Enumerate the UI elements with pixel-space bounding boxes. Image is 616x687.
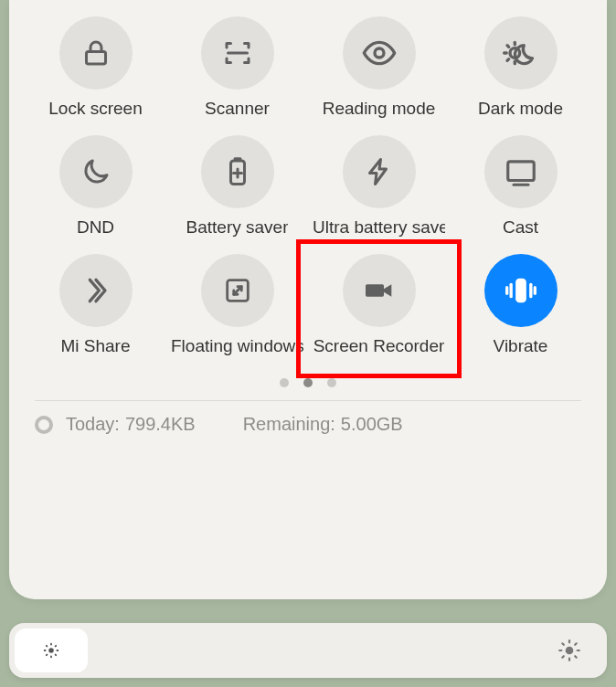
quick-settings-panel: Lock screenScannerReading modeDark modeD… <box>9 0 607 599</box>
usage-remaining-label: Remaining: <box>243 414 335 435</box>
tile-label: Ultra battery saver <box>313 217 445 238</box>
tile-vibrate[interactable]: Vibrate <box>454 254 587 356</box>
svg-rect-13 <box>507 162 534 181</box>
video-camera-icon <box>343 254 416 327</box>
tile-label: Battery saver <box>186 217 289 238</box>
tile-battery-saver[interactable]: Battery saver <box>171 135 303 238</box>
tile-label: DND <box>77 217 114 238</box>
vibrate-icon <box>484 254 558 327</box>
tile-label: Dark mode <box>478 99 563 119</box>
pager-dot[interactable] <box>327 378 336 387</box>
svg-line-38 <box>562 656 564 658</box>
bolt-icon <box>343 135 416 208</box>
floating-window-icon <box>201 254 274 327</box>
pager-dot[interactable] <box>280 378 289 387</box>
brightness-thumb[interactable] <box>15 629 88 672</box>
tile-lock-screen[interactable]: Lock screen <box>29 16 162 119</box>
svg-point-2 <box>375 48 384 58</box>
tile-screen-recorder[interactable]: Screen Recorder <box>313 254 445 356</box>
svg-line-8 <box>507 59 509 61</box>
tile-reading-mode[interactable]: Reading mode <box>313 16 445 119</box>
brightness-low-icon <box>41 640 61 661</box>
brightness-high-icon <box>558 639 581 662</box>
tile-floating-windows[interactable]: Floating windows <box>171 254 303 356</box>
svg-line-36 <box>562 643 564 645</box>
pager-dot[interactable] <box>303 378 313 387</box>
tile-label: Lock screen <box>48 99 142 119</box>
eye-icon <box>343 16 416 90</box>
svg-line-7 <box>507 46 509 48</box>
tile-label: Mi Share <box>60 336 130 356</box>
tile-scanner[interactable]: Scanner <box>171 16 303 119</box>
svg-line-30 <box>56 646 57 647</box>
tile-label: Cast <box>503 217 538 238</box>
page-indicator <box>29 378 587 387</box>
svg-line-39 <box>575 643 577 645</box>
svg-line-27 <box>47 646 48 647</box>
svg-point-31 <box>566 647 574 655</box>
brightness-slider[interactable] <box>9 623 607 678</box>
moon-icon <box>59 135 133 208</box>
tile-label: Reading mode <box>323 99 436 119</box>
tile-label: Floating windows <box>171 336 303 356</box>
tile-dnd[interactable]: DND <box>29 135 162 238</box>
svg-point-22 <box>48 648 54 653</box>
usage-ring-icon <box>35 416 53 434</box>
svg-rect-17 <box>515 279 526 303</box>
tile-label: Vibrate <box>494 336 548 356</box>
lock-icon <box>59 16 133 90</box>
usage-today-label: Today: <box>66 414 120 435</box>
tile-cast[interactable]: Cast <box>454 135 587 238</box>
tile-mi-share[interactable]: Mi Share <box>29 254 162 356</box>
tile-dark-mode[interactable]: Dark mode <box>454 16 587 119</box>
tile-label: Scanner <box>205 99 270 119</box>
scanner-icon <box>201 16 274 90</box>
cast-icon <box>484 135 558 208</box>
data-usage-row[interactable]: Today: 799.4KB Remaining: 5.00GB <box>29 401 587 435</box>
tiles-grid: Lock screenScannerReading modeDark modeD… <box>29 16 587 356</box>
tile-label: Screen Recorder <box>313 336 445 356</box>
svg-rect-0 <box>86 52 105 65</box>
tile-ultra-battery[interactable]: Ultra battery saver <box>313 135 445 238</box>
svg-line-37 <box>575 656 577 658</box>
usage-remaining-value: 5.00GB <box>341 414 403 435</box>
usage-today-value: 799.4KB <box>125 414 196 435</box>
dark-mode-icon <box>484 16 558 90</box>
battery-plus-icon <box>201 135 274 208</box>
mi-share-icon <box>59 254 133 327</box>
svg-line-28 <box>56 655 57 656</box>
svg-line-29 <box>47 655 48 656</box>
